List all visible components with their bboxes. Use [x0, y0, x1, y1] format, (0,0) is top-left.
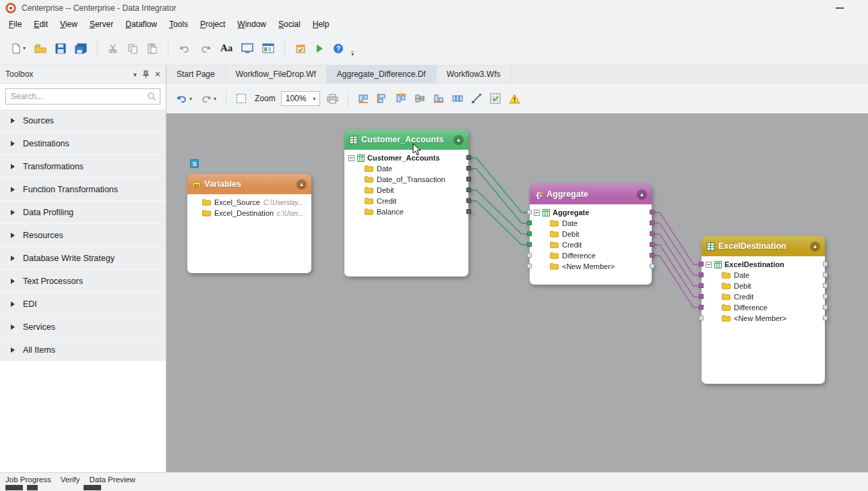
port[interactable]	[823, 272, 828, 277]
port[interactable]	[466, 155, 471, 160]
port[interactable]	[650, 231, 654, 236]
dataflow-canvas[interactable]: S x=Variables▲Excel_SourceC:\Userslay...…	[166, 113, 868, 472]
port[interactable]	[699, 262, 704, 266]
tree-root-row[interactable]: −Customer_Accounts	[344, 152, 468, 163]
field-row-debit[interactable]: Debit	[530, 229, 652, 239]
port[interactable]	[823, 316, 828, 320]
menu-dataflow[interactable]: Dataflow	[119, 18, 163, 31]
menu-help[interactable]: Help	[307, 18, 336, 31]
port[interactable]	[527, 264, 532, 268]
auto-layout-vertical-icon[interactable]	[375, 91, 389, 106]
font-tool-button[interactable]: Aa	[219, 40, 234, 56]
node-customer-accounts[interactable]: Customer_Accounts▲−Customer_AccountsDate…	[344, 129, 468, 277]
toolbox-item-database-write-strategy[interactable]: Database Write Strategy	[0, 247, 166, 270]
preview-window-button[interactable]	[240, 41, 255, 55]
port[interactable]	[466, 198, 471, 203]
variable-row-excel-source[interactable]: Excel_SourceC:\Userslay...	[187, 197, 311, 208]
port[interactable]	[699, 294, 704, 299]
toolbar-overflow-button[interactable]: ▾	[351, 51, 354, 57]
minimize-button[interactable]	[836, 7, 844, 9]
toolbox-item-function-transformations[interactable]: Function Transformations	[0, 178, 166, 201]
tree-root-row[interactable]: −Aggregate	[530, 207, 652, 218]
field-row-debit[interactable]: Debit	[702, 281, 825, 291]
close-icon[interactable]: ×	[155, 70, 160, 78]
undo-dropdown-icon[interactable]: ▾	[189, 96, 192, 102]
port[interactable]	[823, 294, 828, 299]
dataflow-view-button[interactable]	[261, 41, 276, 55]
field-row-balance[interactable]: Balance	[344, 206, 468, 217]
tree-collapse-icon[interactable]: −	[706, 262, 712, 268]
collapse-button[interactable]: ▲	[810, 241, 820, 252]
port[interactable]	[650, 253, 654, 258]
statusbar-tab-job-progress[interactable]: Job Progress	[5, 475, 51, 484]
straight-link-icon[interactable]	[470, 91, 483, 106]
collapse-button[interactable]: ▲	[454, 135, 464, 145]
node-header[interactable]: Customer_Accounts▲	[344, 129, 468, 150]
menu-social[interactable]: Social	[272, 18, 307, 31]
menu-edit[interactable]: Edit	[28, 18, 54, 31]
help-button[interactable]: ?	[332, 41, 345, 56]
show-grid-icon[interactable]	[489, 91, 502, 106]
save-all-button[interactable]	[73, 41, 88, 56]
field-row-difference[interactable]: Difference	[530, 250, 652, 261]
menu-project[interactable]: Project	[194, 18, 231, 31]
redo-dropdown-icon[interactable]: ▾	[214, 96, 216, 102]
canvas-redo-button[interactable]: ▾	[199, 92, 218, 105]
toolbox-item-sources[interactable]: Sources	[0, 109, 166, 132]
canvas-undo-button[interactable]: ▾	[175, 92, 193, 105]
port[interactable]	[699, 283, 704, 288]
port[interactable]	[466, 187, 471, 192]
menu-tools[interactable]: Tools	[163, 18, 194, 31]
menu-view[interactable]: View	[54, 18, 84, 31]
port[interactable]	[823, 262, 828, 266]
pin-icon[interactable]	[142, 70, 150, 79]
toolbox-item-text-processors[interactable]: Text Processors	[0, 270, 166, 293]
open-button[interactable]	[33, 41, 48, 56]
field-row-debit[interactable]: Debit	[344, 185, 468, 196]
port[interactable]	[699, 305, 704, 310]
tab-workflow-filedrop-wf[interactable]: Workflow_FileDrop.Wf	[226, 65, 327, 83]
port[interactable]	[527, 231, 532, 236]
tree-collapse-icon[interactable]: −	[534, 210, 540, 216]
statusbar-tab-data-preview[interactable]: Data Preview	[90, 475, 135, 484]
field-row-date[interactable]: Date	[530, 218, 652, 229]
field-row-difference[interactable]: Difference	[702, 302, 825, 313]
node-header[interactable]: {Aggregate▲	[530, 184, 652, 204]
copy-button[interactable]	[126, 41, 140, 56]
field-row-date[interactable]: Date	[702, 270, 825, 281]
toolbox-menu-icon[interactable]: ▾	[133, 71, 137, 78]
zoom-select[interactable]: 100% ▾	[281, 91, 321, 106]
port[interactable]	[823, 305, 828, 310]
print-button[interactable]	[326, 92, 340, 106]
field-row-new-member[interactable]: <New Member>	[530, 261, 652, 272]
port[interactable]	[466, 177, 471, 181]
cut-button[interactable]	[106, 41, 120, 56]
tree-root-row[interactable]: −ExcelDestination	[702, 259, 825, 270]
toolbox-item-transformations[interactable]: Transformations	[0, 155, 166, 178]
tree-collapse-icon[interactable]: −	[348, 155, 354, 161]
undo-button[interactable]	[177, 42, 192, 55]
distribute-icon[interactable]	[451, 91, 464, 106]
node-header[interactable]: x=Variables▲	[187, 174, 311, 194]
align-bottom-icon[interactable]	[432, 91, 445, 106]
toolbox-item-all-items[interactable]: All Items	[0, 339, 166, 362]
align-top-icon[interactable]	[394, 91, 408, 106]
node-variables[interactable]: x=Variables▲Excel_SourceC:\Userslay...Ex…	[187, 174, 311, 273]
port[interactable]	[527, 253, 532, 258]
zoom-dropdown-icon[interactable]: ▾	[313, 96, 315, 102]
toolbox-item-destinations[interactable]: Destinations	[0, 132, 166, 155]
field-row-credit[interactable]: Credit	[702, 291, 825, 302]
port[interactable]	[650, 264, 654, 268]
toolbox-item-data-profiling[interactable]: Data Profiling	[0, 201, 166, 224]
port[interactable]	[527, 221, 532, 225]
node-aggregate[interactable]: {Aggregate▲−AggregateDateDebitCreditDiff…	[530, 184, 652, 285]
toolbox-item-services[interactable]: Services	[0, 316, 166, 339]
new-file-button[interactable]: ▾	[9, 41, 27, 56]
node-header[interactable]: ExcelDestination▲	[702, 236, 825, 256]
port[interactable]	[650, 242, 654, 247]
search-input[interactable]	[5, 88, 160, 105]
statusbar-tab-verify[interactable]: Verify	[61, 475, 80, 484]
port[interactable]	[527, 242, 532, 247]
port[interactable]	[650, 221, 654, 225]
toolbox-item-resources[interactable]: Resources	[0, 224, 166, 247]
